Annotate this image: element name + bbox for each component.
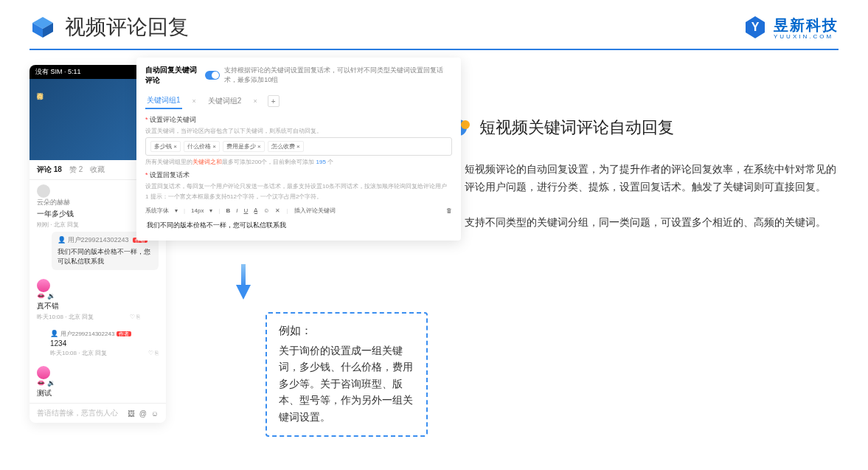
close-tab-icon[interactable]: ×	[253, 97, 257, 105]
image-icon[interactable]: 🖼	[128, 409, 135, 418]
keyword-tag[interactable]: 什么价格 ×	[184, 141, 220, 152]
heart-icon[interactable]: ♡ ⎘	[148, 350, 159, 356]
svg-text:Y: Y	[751, 21, 760, 33]
reply-section-label: 设置回复话术	[145, 170, 452, 180]
add-tab-button[interactable]: +	[268, 95, 280, 107]
font-select[interactable]: 系统字体	[145, 207, 169, 215]
keyword-group-tab-1[interactable]: 关键词组1	[145, 93, 182, 109]
auto-reply-toggle[interactable]	[205, 71, 220, 80]
keyword-tag[interactable]: 多少钱 ×	[150, 141, 181, 152]
clear-icon[interactable]: ✕	[275, 207, 280, 214]
comment-input-bar[interactable]: 善语结善缘，恶言伤人心 🖼 @ ☺	[29, 403, 166, 423]
section-title: 短视频关键词评论自动回复	[479, 117, 674, 139]
arrow-down-icon	[235, 264, 252, 301]
brand-logo: Y 昱新科技 YUUXIN.COM	[743, 15, 839, 40]
bold-icon[interactable]: B	[226, 207, 231, 214]
svg-point-8	[461, 120, 470, 129]
comment-item: 👄 🔉 真不错 昨天10:08 · 北京 回复♡ ⎘	[29, 274, 166, 325]
reply-user-icon: 👤	[50, 330, 58, 337]
reply-user-icon: 👤	[58, 236, 66, 243]
keyword-tag[interactable]: 怎么收费 ×	[268, 141, 304, 152]
settings-panel: 自动回复关键词评论 支持根据评论的关键词设置回复话术，可以针对不同类型关键词设置…	[136, 58, 461, 241]
keyword-input[interactable]: 多少钱 × 什么价格 × 费用是多少 × 怎么收费 ×	[145, 137, 452, 156]
example-text: 关于询价的设置成一组关键词，多少钱、什么价格，费用多少等。关于咨询班型、版本、型…	[279, 342, 414, 425]
avatar	[37, 279, 50, 292]
insert-keyword-button[interactable]: 插入评论关键词	[294, 207, 336, 215]
tab-favs[interactable]: 收藏	[90, 165, 105, 175]
example-box: 例如： 关于询价的设置成一组关键词，多少钱、什么价格，费用多少等。关于咨询班型、…	[265, 312, 428, 437]
brand-url: YUUXIN.COM	[774, 33, 833, 40]
keyword-group-tab-2[interactable]: 关键词组2	[206, 94, 243, 108]
emoji-icon[interactable]: ☺	[151, 409, 159, 418]
comment-item: 👤 用户2299214302243 作者 1234 昨天10:08 · 北京 回…	[29, 325, 166, 362]
tab-comments[interactable]: 评论 18	[37, 165, 62, 175]
comment-placeholder: 善语结善缘，恶言伤人心	[37, 408, 123, 418]
cube-icon	[29, 14, 56, 41]
bullet-item: 短视频评论的自动回复设置，为了提升作者的评论回复效率，在系统中针对常见的评论用户…	[450, 161, 839, 196]
page-title: 视频评论回复	[65, 13, 189, 41]
color-icon[interactable]: A̲	[254, 207, 257, 214]
close-tab-icon[interactable]: ×	[192, 97, 196, 105]
size-select[interactable]: 14px	[191, 207, 204, 214]
avatar	[37, 366, 50, 379]
comment-item: 👄 🔉 测试	[29, 362, 166, 403]
bullet-item: 支持不同类型的关键词分组，同一类问题，可设置多个相近的、高频的关键词。	[450, 214, 839, 232]
keyword-section-label: 设置评论关键词	[145, 115, 452, 125]
editor-toolbar[interactable]: 系统字体▾ | 14px▾ | B I U A̲ ☺ ✕ | 插入评论关键词 🗑	[145, 204, 452, 218]
auto-reply-label: 自动回复关键词评论	[145, 65, 201, 86]
italic-icon[interactable]: I	[236, 207, 237, 214]
keyword-tag[interactable]: 费用是多少 ×	[223, 141, 265, 152]
heart-icon[interactable]: ♡ ⎘	[130, 314, 140, 320]
brand-name: 昱新科技	[774, 15, 839, 35]
underline-icon[interactable]: U	[244, 207, 249, 214]
editor-content[interactable]: 我们不同的版本价格不一样，您可以私信联系我	[145, 218, 452, 233]
at-icon[interactable]: @	[139, 409, 147, 418]
delete-icon[interactable]: 🗑	[446, 207, 452, 214]
emoji-icon[interactable]: ☺	[263, 207, 269, 214]
tab-likes[interactable]: 赞 2	[69, 165, 83, 175]
divider	[29, 49, 839, 50]
svg-marker-6	[236, 285, 251, 300]
example-title: 例如：	[279, 324, 414, 338]
avatar	[37, 184, 50, 198]
svg-rect-5	[241, 264, 246, 286]
